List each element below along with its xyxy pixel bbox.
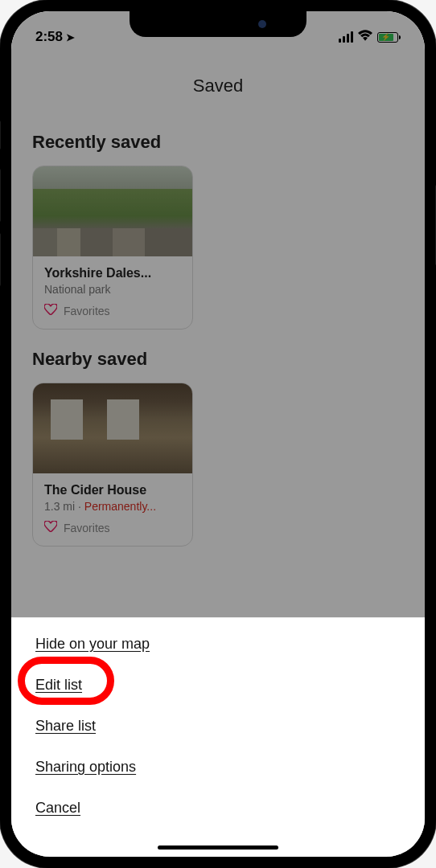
edit-list-action[interactable]: Edit list — [35, 677, 82, 694]
battery-icon: ⚡ — [377, 32, 401, 43]
heart-icon — [44, 521, 57, 534]
sharing-options-action[interactable]: Sharing options — [35, 759, 136, 776]
action-sheet: Hide on your map Edit list Share list Sh… — [11, 617, 425, 857]
cellular-icon — [339, 31, 353, 43]
place-list-label: Favorites — [64, 522, 110, 534]
place-title: Yorkshire Dales... — [44, 266, 181, 280]
place-meta: 1.3 mi · Permanently... — [44, 500, 181, 513]
recently-saved-heading: Recently saved — [32, 132, 404, 153]
status-time: 2:58 — [35, 29, 63, 45]
wifi-icon — [358, 29, 372, 45]
cancel-action[interactable]: Cancel — [35, 800, 80, 817]
saved-place-card[interactable]: Yorkshire Dales... National park Favorit… — [32, 166, 193, 330]
saved-place-card[interactable]: The Cider House 1.3 mi · Permanently... … — [32, 383, 193, 547]
heart-icon — [44, 304, 57, 317]
nearby-saved-heading: Nearby saved — [32, 349, 404, 370]
location-icon: ➤ — [66, 31, 75, 43]
place-title: The Cider House — [44, 483, 181, 497]
place-thumbnail — [33, 383, 192, 473]
share-list-action[interactable]: Share list — [35, 718, 96, 735]
home-indicator[interactable] — [158, 845, 278, 850]
page-title: Saved — [11, 51, 425, 113]
hide-on-map-action[interactable]: Hide on your map — [35, 636, 150, 653]
place-list-label: Favorites — [64, 305, 110, 317]
place-thumbnail — [33, 166, 192, 256]
place-subtitle: National park — [44, 283, 181, 296]
